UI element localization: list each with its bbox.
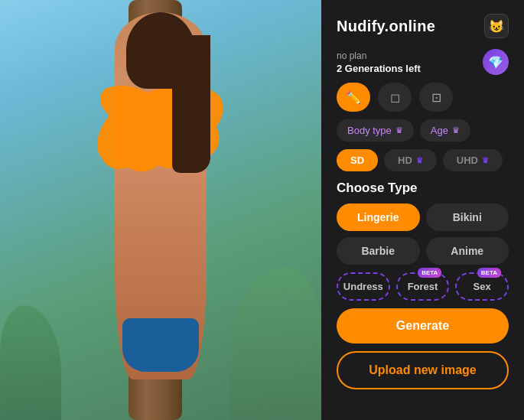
section-title: Choose Type: [337, 181, 509, 196]
crop-tool-button[interactable]: ⊡: [419, 83, 453, 112]
lingerie-label: Lingerie: [357, 211, 399, 223]
generate-button[interactable]: Generate: [337, 308, 509, 343]
body-type-crown-icon: ♛: [395, 125, 403, 135]
logo-icon: 😺: [489, 19, 504, 34]
app-title: Nudify.online: [337, 18, 435, 35]
body-type-button[interactable]: Body type ♛: [337, 119, 414, 142]
undress-button[interactable]: Undress: [337, 272, 390, 301]
barbie-label: Barbie: [361, 245, 395, 257]
plan-info: no plan 2 Generations left 💎: [337, 49, 509, 75]
bikini-label: Bikini: [453, 211, 482, 223]
filter-row: Body type ♛ Age ♛: [337, 119, 509, 142]
sex-beta-badge: BETA: [477, 268, 501, 278]
lingerie-button[interactable]: Lingerie: [337, 203, 420, 231]
sex-button[interactable]: BETA Sex: [455, 272, 509, 301]
age-label: Age: [431, 125, 448, 136]
generations-left: 2 Generations left: [337, 63, 421, 74]
diamond-badge[interactable]: 💎: [483, 49, 509, 75]
brush-tool-button[interactable]: ✏️: [337, 83, 370, 112]
right-panel: Nudify.online 😺 no plan 2 Generations le…: [321, 0, 524, 420]
forest-label: Forest: [408, 281, 438, 292]
sd-label: SD: [350, 155, 364, 166]
forest-beta-badge: BETA: [418, 268, 441, 278]
special-row: Undress BETA Forest BETA Sex: [337, 272, 509, 301]
barbie-button[interactable]: Barbie: [337, 237, 420, 265]
choose-type-section: Choose Type: [337, 179, 509, 196]
age-crown-icon: ♛: [452, 125, 460, 135]
diamond-icon: 💎: [488, 55, 503, 70]
undress-label: Undress: [343, 281, 383, 292]
sd-button[interactable]: SD: [337, 149, 378, 171]
bikini-button[interactable]: Bikini: [426, 203, 509, 231]
sex-label: Sex: [474, 281, 491, 292]
tool-row: ✏️ ◻ ⊡: [337, 83, 509, 112]
body-type-label: Body type: [347, 125, 392, 136]
image-panel: [0, 0, 321, 420]
uhd-button[interactable]: UHD ♛: [443, 149, 503, 171]
hd-crown-icon: ♛: [416, 156, 423, 164]
uhd-crown-icon: ♛: [482, 156, 489, 164]
age-button[interactable]: Age ♛: [420, 119, 470, 142]
resolution-row: SD HD ♛ UHD ♛: [337, 149, 509, 171]
hd-button[interactable]: HD ♛: [384, 149, 437, 171]
upload-button[interactable]: Upload new image: [337, 351, 509, 389]
uhd-label: UHD: [457, 155, 478, 166]
anime-label: Anime: [451, 245, 483, 257]
eraser-tool-button[interactable]: ◻: [378, 83, 412, 112]
forest-button[interactable]: BETA Forest: [396, 272, 450, 301]
anime-button[interactable]: Anime: [426, 237, 509, 265]
logo-badge: 😺: [484, 14, 509, 38]
plan-text: no plan 2 Generations left: [337, 50, 421, 74]
type-grid: Lingerie Bikini Barbie Anime: [337, 203, 509, 265]
hd-label: HD: [398, 155, 412, 166]
header: Nudify.online 😺: [337, 14, 509, 38]
no-plan-label: no plan: [337, 50, 421, 61]
